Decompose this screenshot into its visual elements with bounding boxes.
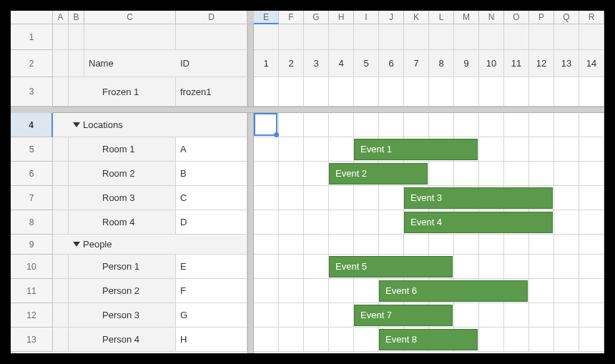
grid-cell[interactable] (529, 303, 554, 328)
row-header-10[interactable]: 10 (11, 255, 53, 279)
grid-cell[interactable] (279, 186, 304, 210)
timeline-col-12[interactable]: 12 (529, 50, 554, 77)
freeze-divider-vertical[interactable] (247, 11, 254, 353)
grid-cell[interactable] (554, 186, 579, 210)
row-id[interactable]: H (176, 328, 247, 352)
grid-cell[interactable] (579, 113, 604, 137)
grid-cell[interactable] (454, 255, 479, 279)
grid-cell[interactable] (529, 255, 554, 279)
col-header-F[interactable]: F (279, 11, 304, 24)
timeline-col-7[interactable]: 7 (404, 50, 429, 77)
grid-cell[interactable] (329, 137, 354, 162)
col-header-C[interactable]: C (84, 11, 176, 24)
timeline-col-1[interactable]: 1 (254, 50, 279, 77)
grid-cell[interactable] (579, 279, 604, 303)
grid-cell[interactable] (579, 303, 604, 328)
grid-cell[interactable] (554, 279, 579, 303)
grid-cell[interactable] (579, 210, 604, 235)
grid-cell[interactable] (554, 328, 579, 352)
grid-cell[interactable] (479, 255, 504, 279)
grid-cell[interactable] (504, 113, 529, 137)
grid-cell[interactable] (579, 235, 604, 255)
grid-cell[interactable] (554, 235, 579, 255)
grid-cell[interactable] (279, 303, 304, 328)
event-bar[interactable]: Event 1 (354, 139, 478, 160)
col-header-Q[interactable]: Q (554, 11, 579, 24)
grid-cell[interactable] (279, 162, 304, 186)
timeline-col-9[interactable]: 9 (454, 50, 479, 77)
row-header-2[interactable]: 2 (11, 50, 53, 77)
grid-cell[interactable] (504, 162, 529, 186)
col-header-B[interactable]: B (69, 11, 84, 24)
row-header-11[interactable]: 11 (11, 279, 53, 303)
row-id[interactable]: A (176, 137, 247, 162)
grid-cell[interactable] (304, 255, 329, 279)
select-all-corner[interactable] (11, 11, 53, 24)
grid-cell[interactable] (479, 328, 504, 352)
grid-cell[interactable] (379, 186, 404, 210)
row-header-3[interactable]: 3 (11, 77, 53, 107)
row-header-12[interactable]: 12 (11, 303, 53, 328)
grid-cell[interactable] (329, 235, 354, 255)
col-header-N[interactable]: N (479, 11, 504, 24)
row-header-7[interactable]: 7 (11, 186, 53, 210)
grid-cell[interactable] (354, 279, 379, 303)
timeline-col-8[interactable]: 8 (429, 50, 454, 77)
grid-cell[interactable] (304, 113, 329, 137)
grid-cell[interactable] (579, 186, 604, 210)
grid-cell[interactable] (279, 328, 304, 352)
grid-cell[interactable] (254, 137, 279, 162)
grid-cell[interactable] (304, 210, 329, 235)
grid-cell[interactable] (254, 328, 279, 352)
grid-cell[interactable] (479, 113, 504, 137)
col-header-D[interactable]: D (176, 11, 247, 24)
grid-cell[interactable] (254, 186, 279, 210)
grid-cell[interactable] (304, 186, 329, 210)
group-header[interactable]: Locations (69, 113, 247, 137)
grid-cell[interactable] (529, 328, 554, 352)
grid-cell[interactable] (254, 162, 279, 186)
row-name[interactable]: Person 4 (84, 328, 176, 352)
grid-cell[interactable] (554, 255, 579, 279)
event-bar[interactable]: Event 7 (354, 305, 453, 326)
row-name[interactable]: Person 3 (84, 303, 176, 328)
collapse-icon[interactable] (73, 242, 80, 247)
grid-cell[interactable] (479, 162, 504, 186)
grid-cell[interactable] (254, 255, 279, 279)
main-grid-pane[interactable]: Event 1Event 2Event 3Event 4Event 5Event… (254, 113, 604, 353)
col-header-O[interactable]: O (504, 11, 529, 24)
grid-cell[interactable] (329, 303, 354, 328)
grid-cell[interactable] (304, 162, 329, 186)
group-header[interactable]: People (69, 235, 247, 255)
timeline-col-5[interactable]: 5 (354, 50, 379, 77)
spreadsheet[interactable]: ABCDEFGHIJKLMNOPQR 12345678910111213 Nam… (11, 11, 604, 353)
row-header-8[interactable]: 8 (11, 210, 53, 235)
row-name[interactable]: Person 1 (84, 255, 176, 279)
grid-cell[interactable] (354, 328, 379, 352)
grid-cell[interactable] (279, 210, 304, 235)
event-bar[interactable]: Event 4 (404, 212, 553, 233)
row-name[interactable]: Room 2 (84, 162, 176, 186)
active-cell[interactable] (254, 113, 277, 136)
grid-cell[interactable] (504, 235, 529, 255)
grid-cell[interactable] (379, 113, 404, 137)
grid-cell[interactable] (454, 113, 479, 137)
timeline-col-14[interactable]: 14 (579, 50, 604, 77)
grid-cell[interactable] (554, 162, 579, 186)
grid-cell[interactable] (279, 255, 304, 279)
event-bar[interactable]: Event 2 (329, 163, 428, 185)
freeze-divider-horizontal[interactable] (11, 107, 604, 113)
grid-cell[interactable] (404, 113, 429, 137)
grid-cell[interactable] (529, 235, 554, 255)
grid-cell[interactable] (554, 210, 579, 235)
grid-cell[interactable] (254, 303, 279, 328)
grid-cell[interactable] (279, 279, 304, 303)
grid-cell[interactable] (504, 255, 529, 279)
grid-cell[interactable] (579, 328, 604, 352)
col-header-G[interactable]: G (304, 11, 329, 24)
timeline-col-3[interactable]: 3 (304, 50, 329, 77)
row-header-5[interactable]: 5 (11, 137, 53, 162)
grid-cell[interactable] (579, 255, 604, 279)
grid-cell[interactable] (304, 279, 329, 303)
timeline-col-13[interactable]: 13 (554, 50, 579, 77)
